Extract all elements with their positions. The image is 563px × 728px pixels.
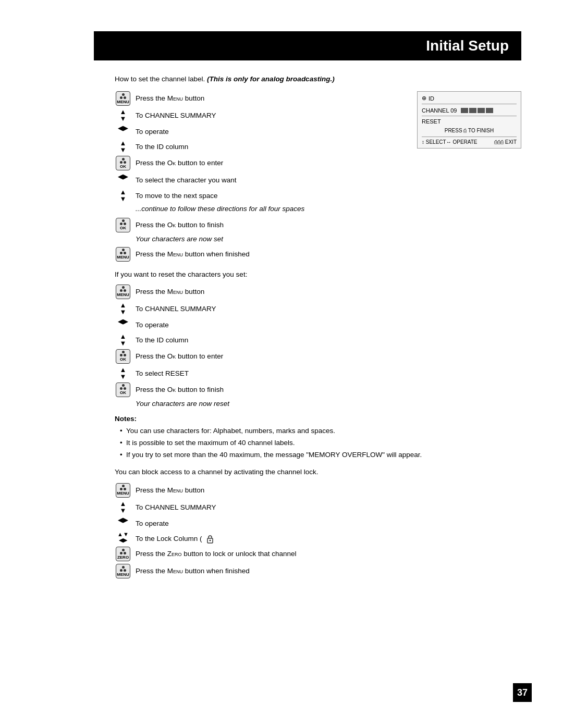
remote-icon-6: OK (115, 349, 131, 364)
note-item-3: If you try to set more than the 40 maxim… (120, 450, 521, 460)
screen-preview: ⊕ ID CHANNEL 09 RESET PRESS ⎙ TO (417, 91, 521, 264)
lock-step-6-text: Press the Menu button when finished (136, 564, 521, 576)
step-8-text: Press the Ok button to finish (136, 218, 405, 230)
up-down-icon-2: ▲▼ (115, 140, 131, 153)
lock-step-4-text: To the Lock Column ( (136, 532, 521, 544)
up-down-icon-7: ▲▼ (115, 500, 131, 514)
svg-point-1 (210, 540, 211, 541)
screen-reset-row: RESET (422, 116, 517, 125)
lock-step-5: ZERO Press the Zero button to lock or un… (115, 547, 521, 561)
step-2-text: To CHANNEL SUMMARY (136, 108, 405, 121)
reset-step-4: ▲▼ To the ID column (115, 333, 521, 347)
ud-lr-icon: ▲▼ ◀▶ (115, 532, 131, 543)
up-down-icon-5: ▲▼ (115, 333, 131, 347)
remote-icon-3: OK (115, 218, 131, 232)
instructions-column: MENU Press the Menu button ▲▼ To CHANNEL… (115, 91, 405, 264)
reset-intro: If you want to reset the characters you … (115, 270, 521, 278)
reset-step-6: ▲▼ To select RESET (115, 366, 521, 380)
page-number: 37 (513, 683, 532, 702)
lock-step-4: ▲▼ ◀▶ To the Lock Column ( (115, 532, 521, 544)
reset-step-3-text: To operate (136, 318, 521, 330)
notes-section: Notes: You can use characters for: Alpha… (115, 415, 521, 461)
screen-box: ⊕ ID CHANNEL 09 RESET PRESS ⎙ TO (417, 91, 521, 149)
lr-icon-2: ◀▶ (115, 173, 131, 180)
lock-step-6: MENU Press the Menu button when finished (115, 564, 521, 578)
step-5: OK Press the Ok button to enter (115, 156, 405, 170)
note-item-1: You can use characters for: Alphabet, nu… (120, 426, 521, 436)
step-3: ◀▶ To operate (115, 125, 405, 137)
lock-intro: You can block access to a channel by act… (115, 468, 521, 476)
reset-step-2-text: To CHANNEL SUMMARY (136, 302, 521, 314)
step-2: ▲▼ To CHANNEL SUMMARY (115, 108, 405, 122)
step-9: MENU Press the Menu button when finished (115, 247, 405, 262)
reset-step-1-text: Press the Menu button (136, 285, 521, 297)
lock-step-1-text: Press the Menu button (136, 483, 521, 496)
reset-step-6-text: To select RESET (136, 366, 521, 379)
up-down-icon-4: ▲▼ (115, 302, 131, 315)
remote-icon-10: MENU (115, 564, 131, 578)
up-down-icon-1: ▲▼ (115, 108, 131, 122)
remote-icon-4: MENU (115, 247, 131, 262)
step-6-text: To select the character you want (136, 173, 405, 186)
chars-set-note: Your characters are now set (136, 235, 405, 243)
screen-title: ⊕ ID (422, 95, 517, 104)
remote-icon-7: OK (115, 382, 131, 397)
step-8: OK Press the Ok button to finish (115, 218, 405, 232)
step-1-text: Press the Menu button (136, 91, 405, 104)
step-3-text: To operate (136, 125, 405, 137)
remote-icon-1: MENU (115, 91, 131, 106)
channel-boxes (461, 108, 493, 113)
page-title: Initial Setup (94, 31, 521, 60)
channel-row: CHANNEL 09 (422, 107, 517, 114)
step-7: ▲▼ To move to the next space (115, 189, 405, 202)
reset-step-2: ▲▼ To CHANNEL SUMMARY (115, 302, 521, 315)
reset-step-7-text: Press the Ok button to finish (136, 382, 521, 395)
continue-note: ...continue to follow these directions f… (136, 205, 405, 213)
remote-icon-9: ZERO (115, 547, 131, 561)
step-7-text: To move to the next space (136, 189, 405, 201)
remote-icon-5: MENU (115, 285, 131, 299)
lock-step-3-text: To operate (136, 516, 521, 529)
step-4-text: To the ID column (136, 140, 405, 152)
screen-bottom: ↕ SELECT↔ OPERATE ⎙⎙⎙ EXIT (422, 137, 517, 145)
lock-step-5-text: Press the Zero button to lock or unlock … (136, 547, 521, 559)
up-down-icon-3: ▲▼ (115, 189, 131, 202)
screen-press-finish: PRESS ⎙ TO FINISH (422, 128, 517, 133)
lock-step-2: ▲▼ To CHANNEL SUMMARY (115, 500, 521, 514)
lock-step-3: ◀▶ To operate (115, 516, 521, 529)
notes-list: You can use characters for: Alphabet, nu… (115, 426, 521, 461)
intro-text: How to set the channel label. (This is o… (115, 75, 521, 83)
reset-step-5-text: Press the Ok button to enter (136, 349, 521, 362)
step-1: MENU Press the Menu button (115, 91, 405, 106)
lock-step-1: MENU Press the Menu button (115, 483, 521, 498)
step-4: ▲▼ To the ID column (115, 140, 405, 153)
up-down-icon-6: ▲▼ (115, 366, 131, 380)
step-5-text: Press the Ok button to enter (136, 156, 405, 168)
reset-step-7: OK Press the Ok button to finish (115, 382, 521, 397)
content-area: MENU Press the Menu button ▲▼ To CHANNEL… (115, 91, 521, 264)
lock-step-2-text: To CHANNEL SUMMARY (136, 500, 521, 513)
remote-icon-8: MENU (115, 483, 131, 498)
reset-step-3: ◀▶ To operate (115, 318, 521, 330)
reset-step-4-text: To the ID column (136, 333, 521, 346)
step-9-text: Press the Menu button when finished (136, 247, 405, 260)
lr-icon-4: ◀▶ (115, 516, 131, 523)
reset-step-5: OK Press the Ok button to enter (115, 349, 521, 364)
lr-icon-1: ◀▶ (115, 125, 131, 131)
remote-icon-2: OK (115, 156, 131, 170)
notes-title: Notes: (115, 415, 521, 423)
title-text: Initial Setup (426, 38, 509, 54)
lock-icon (206, 534, 214, 544)
note-item-2: It is possible to set the maximum of 40 … (120, 438, 521, 448)
step-6: ◀▶ To select the character you want (115, 173, 405, 186)
lr-icon-3: ◀▶ (115, 318, 131, 325)
page: Initial Setup How to set the channel lab… (0, 0, 563, 728)
intro-bold: (This is only for analog broadcasting.) (207, 75, 335, 83)
chars-reset-note: Your characters are now reset (136, 400, 521, 408)
reset-step-1: MENU Press the Menu button (115, 285, 521, 299)
